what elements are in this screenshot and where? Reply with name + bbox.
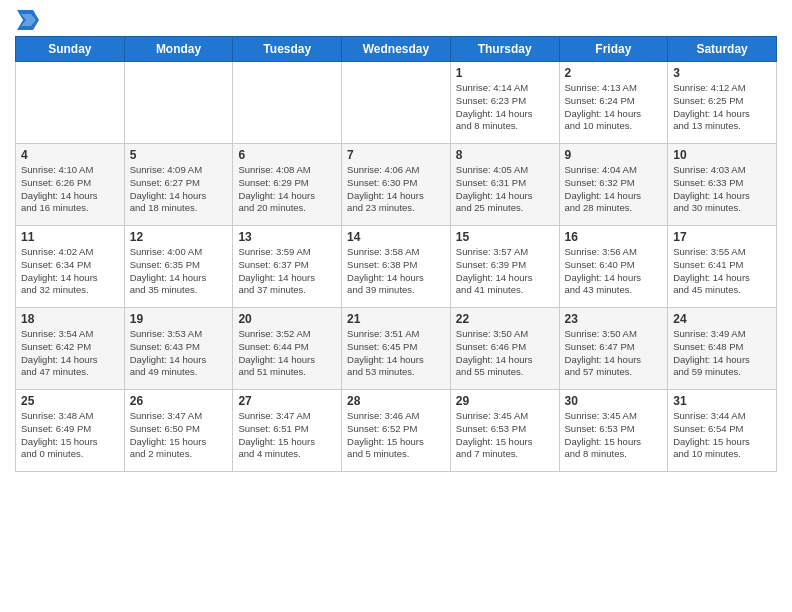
page: SundayMondayTuesdayWednesdayThursdayFrid… <box>0 0 792 612</box>
day-number: 9 <box>565 148 663 162</box>
day-number: 21 <box>347 312 445 326</box>
day-info: Sunrise: 4:03 AMSunset: 6:33 PMDaylight:… <box>673 164 771 215</box>
day-info: Sunrise: 4:02 AMSunset: 6:34 PMDaylight:… <box>21 246 119 297</box>
day-number: 6 <box>238 148 336 162</box>
calendar-cell: 23Sunrise: 3:50 AMSunset: 6:47 PMDayligh… <box>559 308 668 390</box>
day-info: Sunrise: 3:44 AMSunset: 6:54 PMDaylight:… <box>673 410 771 461</box>
calendar-cell <box>16 62 125 144</box>
weekday-header-friday: Friday <box>559 37 668 62</box>
calendar-cell: 27Sunrise: 3:47 AMSunset: 6:51 PMDayligh… <box>233 390 342 472</box>
day-info: Sunrise: 4:13 AMSunset: 6:24 PMDaylight:… <box>565 82 663 133</box>
calendar-cell: 11Sunrise: 4:02 AMSunset: 6:34 PMDayligh… <box>16 226 125 308</box>
day-number: 25 <box>21 394 119 408</box>
day-number: 18 <box>21 312 119 326</box>
calendar-week-4: 18Sunrise: 3:54 AMSunset: 6:42 PMDayligh… <box>16 308 777 390</box>
calendar-cell <box>342 62 451 144</box>
day-number: 20 <box>238 312 336 326</box>
day-info: Sunrise: 3:46 AMSunset: 6:52 PMDaylight:… <box>347 410 445 461</box>
calendar-cell <box>233 62 342 144</box>
day-number: 12 <box>130 230 228 244</box>
day-info: Sunrise: 4:12 AMSunset: 6:25 PMDaylight:… <box>673 82 771 133</box>
day-info: Sunrise: 4:00 AMSunset: 6:35 PMDaylight:… <box>130 246 228 297</box>
day-number: 19 <box>130 312 228 326</box>
day-info: Sunrise: 3:57 AMSunset: 6:39 PMDaylight:… <box>456 246 554 297</box>
day-info: Sunrise: 3:51 AMSunset: 6:45 PMDaylight:… <box>347 328 445 379</box>
day-number: 10 <box>673 148 771 162</box>
calendar-cell: 15Sunrise: 3:57 AMSunset: 6:39 PMDayligh… <box>450 226 559 308</box>
calendar-cell: 17Sunrise: 3:55 AMSunset: 6:41 PMDayligh… <box>668 226 777 308</box>
day-info: Sunrise: 3:47 AMSunset: 6:51 PMDaylight:… <box>238 410 336 461</box>
calendar-cell <box>124 62 233 144</box>
day-number: 13 <box>238 230 336 244</box>
calendar-week-1: 1Sunrise: 4:14 AMSunset: 6:23 PMDaylight… <box>16 62 777 144</box>
weekday-header-row: SundayMondayTuesdayWednesdayThursdayFrid… <box>16 37 777 62</box>
day-info: Sunrise: 3:45 AMSunset: 6:53 PMDaylight:… <box>565 410 663 461</box>
day-info: Sunrise: 4:06 AMSunset: 6:30 PMDaylight:… <box>347 164 445 215</box>
calendar-cell: 29Sunrise: 3:45 AMSunset: 6:53 PMDayligh… <box>450 390 559 472</box>
day-info: Sunrise: 4:04 AMSunset: 6:32 PMDaylight:… <box>565 164 663 215</box>
day-number: 4 <box>21 148 119 162</box>
calendar-cell: 25Sunrise: 3:48 AMSunset: 6:49 PMDayligh… <box>16 390 125 472</box>
weekday-header-monday: Monday <box>124 37 233 62</box>
calendar-cell: 26Sunrise: 3:47 AMSunset: 6:50 PMDayligh… <box>124 390 233 472</box>
calendar-cell: 10Sunrise: 4:03 AMSunset: 6:33 PMDayligh… <box>668 144 777 226</box>
day-number: 17 <box>673 230 771 244</box>
calendar-cell: 18Sunrise: 3:54 AMSunset: 6:42 PMDayligh… <box>16 308 125 390</box>
day-number: 3 <box>673 66 771 80</box>
day-number: 11 <box>21 230 119 244</box>
header <box>15 10 777 28</box>
day-info: Sunrise: 3:49 AMSunset: 6:48 PMDaylight:… <box>673 328 771 379</box>
weekday-header-sunday: Sunday <box>16 37 125 62</box>
day-number: 26 <box>130 394 228 408</box>
calendar-cell: 13Sunrise: 3:59 AMSunset: 6:37 PMDayligh… <box>233 226 342 308</box>
calendar-cell: 8Sunrise: 4:05 AMSunset: 6:31 PMDaylight… <box>450 144 559 226</box>
calendar-cell: 24Sunrise: 3:49 AMSunset: 6:48 PMDayligh… <box>668 308 777 390</box>
calendar-cell: 22Sunrise: 3:50 AMSunset: 6:46 PMDayligh… <box>450 308 559 390</box>
calendar-cell: 28Sunrise: 3:46 AMSunset: 6:52 PMDayligh… <box>342 390 451 472</box>
weekday-header-saturday: Saturday <box>668 37 777 62</box>
day-number: 7 <box>347 148 445 162</box>
day-info: Sunrise: 4:09 AMSunset: 6:27 PMDaylight:… <box>130 164 228 215</box>
day-number: 8 <box>456 148 554 162</box>
day-info: Sunrise: 4:14 AMSunset: 6:23 PMDaylight:… <box>456 82 554 133</box>
day-info: Sunrise: 4:08 AMSunset: 6:29 PMDaylight:… <box>238 164 336 215</box>
calendar-cell: 4Sunrise: 4:10 AMSunset: 6:26 PMDaylight… <box>16 144 125 226</box>
day-info: Sunrise: 3:55 AMSunset: 6:41 PMDaylight:… <box>673 246 771 297</box>
weekday-header-wednesday: Wednesday <box>342 37 451 62</box>
calendar-cell: 9Sunrise: 4:04 AMSunset: 6:32 PMDaylight… <box>559 144 668 226</box>
calendar-cell: 30Sunrise: 3:45 AMSunset: 6:53 PMDayligh… <box>559 390 668 472</box>
day-info: Sunrise: 3:58 AMSunset: 6:38 PMDaylight:… <box>347 246 445 297</box>
logo-icon <box>17 10 39 30</box>
day-info: Sunrise: 4:05 AMSunset: 6:31 PMDaylight:… <box>456 164 554 215</box>
day-info: Sunrise: 3:54 AMSunset: 6:42 PMDaylight:… <box>21 328 119 379</box>
weekday-header-tuesday: Tuesday <box>233 37 342 62</box>
calendar-cell: 20Sunrise: 3:52 AMSunset: 6:44 PMDayligh… <box>233 308 342 390</box>
day-number: 16 <box>565 230 663 244</box>
calendar-cell: 7Sunrise: 4:06 AMSunset: 6:30 PMDaylight… <box>342 144 451 226</box>
day-number: 31 <box>673 394 771 408</box>
calendar-cell: 5Sunrise: 4:09 AMSunset: 6:27 PMDaylight… <box>124 144 233 226</box>
day-info: Sunrise: 3:48 AMSunset: 6:49 PMDaylight:… <box>21 410 119 461</box>
calendar-cell: 2Sunrise: 4:13 AMSunset: 6:24 PMDaylight… <box>559 62 668 144</box>
calendar-cell: 14Sunrise: 3:58 AMSunset: 6:38 PMDayligh… <box>342 226 451 308</box>
day-number: 28 <box>347 394 445 408</box>
day-info: Sunrise: 3:50 AMSunset: 6:47 PMDaylight:… <box>565 328 663 379</box>
day-info: Sunrise: 3:56 AMSunset: 6:40 PMDaylight:… <box>565 246 663 297</box>
weekday-header-thursday: Thursday <box>450 37 559 62</box>
logo <box>15 10 39 28</box>
calendar-cell: 1Sunrise: 4:14 AMSunset: 6:23 PMDaylight… <box>450 62 559 144</box>
day-number: 14 <box>347 230 445 244</box>
calendar-cell: 6Sunrise: 4:08 AMSunset: 6:29 PMDaylight… <box>233 144 342 226</box>
calendar-cell: 12Sunrise: 4:00 AMSunset: 6:35 PMDayligh… <box>124 226 233 308</box>
day-number: 24 <box>673 312 771 326</box>
day-info: Sunrise: 3:59 AMSunset: 6:37 PMDaylight:… <box>238 246 336 297</box>
day-number: 15 <box>456 230 554 244</box>
day-number: 23 <box>565 312 663 326</box>
day-info: Sunrise: 3:52 AMSunset: 6:44 PMDaylight:… <box>238 328 336 379</box>
day-number: 30 <box>565 394 663 408</box>
calendar-cell: 31Sunrise: 3:44 AMSunset: 6:54 PMDayligh… <box>668 390 777 472</box>
day-number: 27 <box>238 394 336 408</box>
calendar-cell: 21Sunrise: 3:51 AMSunset: 6:45 PMDayligh… <box>342 308 451 390</box>
day-number: 5 <box>130 148 228 162</box>
day-info: Sunrise: 4:10 AMSunset: 6:26 PMDaylight:… <box>21 164 119 215</box>
